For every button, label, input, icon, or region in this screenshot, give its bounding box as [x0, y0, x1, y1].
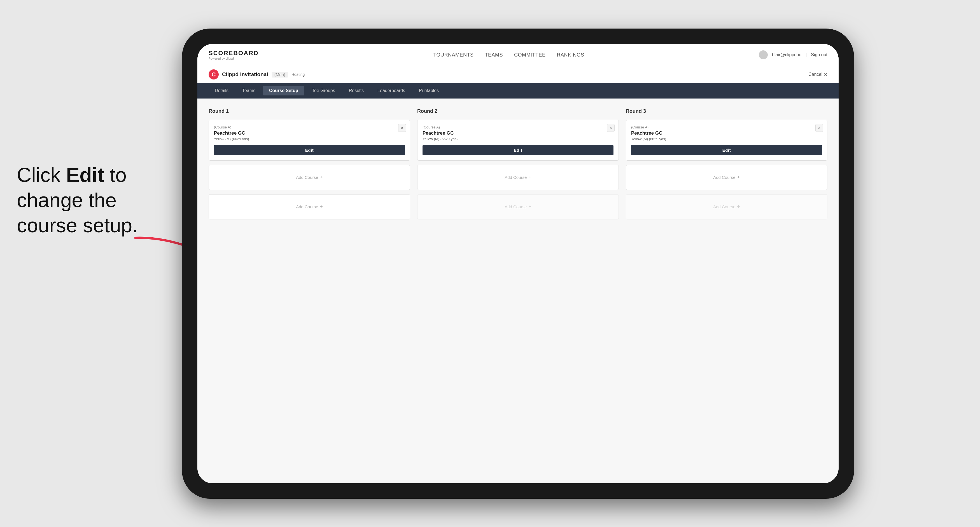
top-nav-user: blair@clippd.io | Sign out: [759, 50, 827, 59]
round-2-add-course-1[interactable]: Add Course +: [417, 165, 619, 190]
main-content: Round 1 × (Course A) Peachtree GC Yellow…: [197, 98, 838, 483]
nav-teams[interactable]: TEAMS: [485, 52, 503, 58]
round-2-delete-button[interactable]: ×: [607, 124, 615, 132]
round-1-course-name: Peachtree GC: [214, 130, 405, 136]
separator: |: [805, 52, 807, 57]
tab-results[interactable]: Results: [343, 86, 370, 95]
rounds-grid: Round 1 × (Course A) Peachtree GC Yellow…: [208, 108, 827, 219]
round-2-column: Round 2 × (Course A) Peachtree GC Yellow…: [417, 108, 619, 219]
round-1-title: Round 1: [208, 108, 410, 114]
round-3-column: Round 3 × (Course A) Peachtree GC Yellow…: [626, 108, 827, 219]
round-3-add-plus-1: +: [737, 175, 740, 180]
round-3-title: Round 3: [626, 108, 827, 114]
sign-out-link[interactable]: Sign out: [811, 52, 827, 57]
round-3-add-course-2: Add Course +: [626, 194, 827, 219]
nav-tournaments[interactable]: TOURNAMENTS: [433, 52, 474, 58]
round-3-course-name: Peachtree GC: [631, 130, 822, 136]
round-1-delete-button[interactable]: ×: [398, 124, 406, 132]
tab-course-setup[interactable]: Course Setup: [263, 86, 304, 95]
annotation-text: Click Edit to change the course setup.: [17, 162, 138, 238]
user-avatar: [759, 50, 768, 59]
round-3-course-label: (Course A): [631, 125, 822, 129]
round-1-add-course-2[interactable]: Add Course +: [208, 194, 410, 219]
tabs-bar: Details Teams Course Setup Tee Groups Re…: [197, 83, 838, 98]
round-2-edit-button[interactable]: Edit: [423, 145, 614, 156]
round-2-add-plus-2: +: [528, 204, 531, 210]
logo-sub: Powered by clippd: [208, 57, 259, 60]
tournament-hosting: Hosting: [291, 72, 305, 77]
round-1-edit-button[interactable]: Edit: [214, 145, 405, 156]
round-2-course-card: × (Course A) Peachtree GC Yellow (M) (66…: [417, 120, 619, 160]
nav-rankings[interactable]: RANKINGS: [557, 52, 584, 58]
tab-tee-groups[interactable]: Tee Groups: [306, 86, 341, 95]
round-2-course-name: Peachtree GC: [423, 130, 614, 136]
round-3-add-plus-2: +: [737, 204, 740, 210]
logo-title: SCOREBOARD: [208, 49, 259, 57]
tab-teams[interactable]: Teams: [236, 86, 261, 95]
round-3-add-course-1[interactable]: Add Course +: [626, 165, 827, 190]
tablet-device: SCOREBOARD Powered by clippd TOURNAMENTS…: [182, 29, 854, 499]
tournament-info: C Clippd Invitational (Men) Hosting: [208, 70, 305, 79]
tablet-screen: SCOREBOARD Powered by clippd TOURNAMENTS…: [197, 44, 838, 483]
round-2-course-label: (Course A): [423, 125, 614, 129]
nav-committee[interactable]: COMMITTEE: [514, 52, 546, 58]
cancel-button[interactable]: Cancel ✕: [808, 72, 827, 77]
top-nav-links: TOURNAMENTS TEAMS COMMITTEE RANKINGS: [433, 52, 584, 58]
user-email: blair@clippd.io: [772, 52, 801, 57]
round-2-course-details: Yellow (M) (6629 yds): [423, 137, 614, 141]
round-1-column: Round 1 × (Course A) Peachtree GC Yellow…: [208, 108, 410, 219]
round-1-add-plus-2: +: [320, 204, 323, 210]
tournament-logo: C: [208, 70, 219, 79]
round-1-add-course-1[interactable]: Add Course +: [208, 165, 410, 190]
tab-leaderboards[interactable]: Leaderboards: [371, 86, 411, 95]
tournament-name: Clippd Invitational: [222, 71, 268, 78]
round-1-course-card: × (Course A) Peachtree GC Yellow (M) (66…: [208, 120, 410, 160]
round-1-add-plus-1: +: [320, 175, 323, 180]
round-2-add-plus-1: +: [528, 175, 531, 180]
cancel-x-icon: ✕: [824, 72, 827, 77]
tournament-bar: C Clippd Invitational (Men) Hosting Canc…: [197, 66, 838, 83]
tab-details[interactable]: Details: [208, 86, 235, 95]
round-3-delete-button[interactable]: ×: [815, 124, 823, 132]
tab-printables[interactable]: Printables: [413, 86, 445, 95]
tournament-gender: (Men): [272, 71, 288, 78]
round-2-title: Round 2: [417, 108, 619, 114]
round-1-course-details: Yellow (M) (6629 yds): [214, 137, 405, 141]
round-1-course-label: (Course A): [214, 125, 405, 129]
round-3-course-card: × (Course A) Peachtree GC Yellow (M) (66…: [626, 120, 827, 160]
round-2-add-course-2: Add Course +: [417, 194, 619, 219]
top-nav: SCOREBOARD Powered by clippd TOURNAMENTS…: [197, 44, 838, 66]
round-3-course-details: Yellow (M) (6629 yds): [631, 137, 822, 141]
scoreboard-logo: SCOREBOARD Powered by clippd: [208, 49, 259, 60]
round-3-edit-button[interactable]: Edit: [631, 145, 822, 156]
